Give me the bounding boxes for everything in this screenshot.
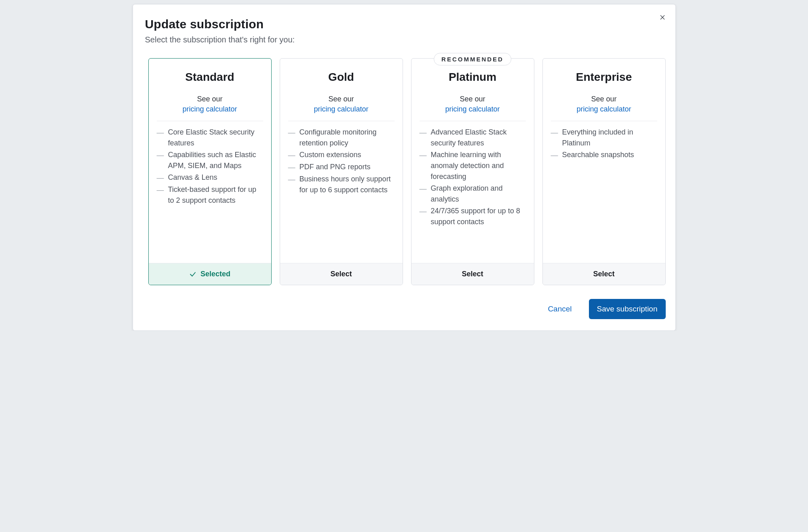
plan-card-gold[interactable]: Gold See our pricing calculator Configur…: [280, 58, 403, 285]
plans-row: Standard See our pricing calculator Core…: [148, 58, 666, 285]
plan-body: Platinum See our pricing calculator Adva…: [411, 59, 534, 263]
feature-text: Configurable monitoring retention policy: [300, 127, 395, 149]
divider: [551, 121, 657, 121]
update-subscription-modal: Update subscription Select the subscript…: [133, 4, 676, 331]
feature-list: Core Elastic Stack security features Cap…: [157, 127, 263, 206]
pricing-cta: See our pricing calculator: [420, 95, 526, 114]
feature-text: 24/7/365 support for up to 8 support con…: [431, 206, 526, 227]
feature-text: PDF and PNG reports: [300, 162, 371, 173]
feature-item: Ticket-based support for up to 2 support…: [157, 184, 263, 206]
modal-subtitle: Select the subscription that's right for…: [145, 35, 666, 44]
plan-select-button[interactable]: Selected: [149, 263, 271, 285]
feature-item: Canvas & Lens: [157, 172, 263, 183]
pricing-cta: See our pricing calculator: [157, 95, 263, 114]
feature-item: Capabilities such as Elastic APM, SIEM, …: [157, 149, 263, 171]
modal-actions: Cancel Save subscription: [144, 299, 666, 319]
feature-text: Core Elastic Stack security features: [168, 127, 263, 149]
select-label: Select: [462, 270, 483, 278]
plan-card-standard[interactable]: Standard See our pricing calculator Core…: [148, 58, 272, 285]
feature-item: Custom extensions: [288, 149, 395, 161]
feature-text: Searchable snapshots: [562, 149, 634, 161]
feature-item: 24/7/365 support for up to 8 support con…: [420, 206, 526, 227]
see-our-label: See our: [460, 95, 485, 103]
feature-item: Core Elastic Stack security features: [157, 127, 263, 149]
feature-item: Searchable snapshots: [551, 149, 657, 161]
feature-text: Capabilities such as Elastic APM, SIEM, …: [168, 149, 263, 171]
pricing-calculator-link[interactable]: pricing calculator: [420, 105, 526, 114]
close-button[interactable]: [657, 12, 668, 23]
pricing-cta: See our pricing calculator: [551, 95, 657, 114]
feature-item: Machine learning with anomaly detection …: [420, 149, 526, 182]
see-our-label: See our: [591, 95, 616, 103]
plan-body: Standard See our pricing calculator Core…: [149, 59, 271, 263]
plan-select-button[interactable]: Select: [280, 263, 403, 285]
save-subscription-button[interactable]: Save subscription: [589, 299, 666, 319]
feature-text: Canvas & Lens: [168, 172, 217, 183]
feature-list: Advanced Elastic Stack security features…: [420, 127, 526, 227]
feature-item: Configurable monitoring retention policy: [288, 127, 395, 149]
plan-name: Gold: [288, 71, 395, 84]
pricing-cta: See our pricing calculator: [288, 95, 395, 114]
divider: [157, 121, 263, 121]
plan-name: Standard: [157, 71, 263, 84]
modal-title: Update subscription: [145, 17, 666, 31]
feature-item: Advanced Elastic Stack security features: [420, 127, 526, 149]
feature-list: Everything included in Platinum Searchab…: [551, 127, 657, 161]
recommended-badge: RECOMMENDED: [434, 53, 511, 65]
plan-select-button[interactable]: Select: [543, 263, 665, 285]
feature-item: Graph exploration and analytics: [420, 183, 526, 205]
pricing-calculator-link[interactable]: pricing calculator: [551, 105, 657, 114]
plan-name: Platinum: [420, 71, 526, 84]
check-icon: [189, 271, 196, 278]
feature-item: Business hours only support for up to 6 …: [288, 174, 395, 196]
feature-text: Graph exploration and analytics: [431, 183, 526, 205]
feature-text: Ticket-based support for up to 2 support…: [168, 184, 263, 206]
selected-label: Selected: [200, 270, 230, 278]
select-label: Select: [330, 270, 352, 278]
plan-card-enterprise[interactable]: Enterprise See our pricing calculator Ev…: [542, 58, 666, 285]
select-label: Select: [593, 270, 614, 278]
plan-select-button[interactable]: Select: [411, 263, 534, 285]
pricing-calculator-link[interactable]: pricing calculator: [288, 105, 395, 114]
feature-text: Custom extensions: [300, 149, 361, 161]
plan-body: Gold See our pricing calculator Configur…: [280, 59, 403, 263]
feature-text: Advanced Elastic Stack security features: [431, 127, 526, 149]
close-icon: [659, 13, 666, 21]
feature-text: Everything included in Platinum: [562, 127, 657, 149]
divider: [288, 121, 395, 121]
feature-text: Machine learning with anomaly detection …: [431, 149, 526, 182]
pricing-calculator-link[interactable]: pricing calculator: [157, 105, 263, 114]
feature-text: Business hours only support for up to 6 …: [300, 174, 395, 196]
plan-name: Enterprise: [551, 71, 657, 84]
see-our-label: See our: [197, 95, 222, 103]
feature-list: Configurable monitoring retention policy…: [288, 127, 395, 196]
feature-item: PDF and PNG reports: [288, 162, 395, 173]
see-our-label: See our: [328, 95, 354, 103]
cancel-button[interactable]: Cancel: [540, 299, 580, 319]
feature-item: Everything included in Platinum: [551, 127, 657, 149]
plan-body: Enterprise See our pricing calculator Ev…: [543, 59, 665, 263]
plan-card-platinum[interactable]: RECOMMENDED Platinum See our pricing cal…: [411, 58, 534, 285]
divider: [420, 121, 526, 121]
